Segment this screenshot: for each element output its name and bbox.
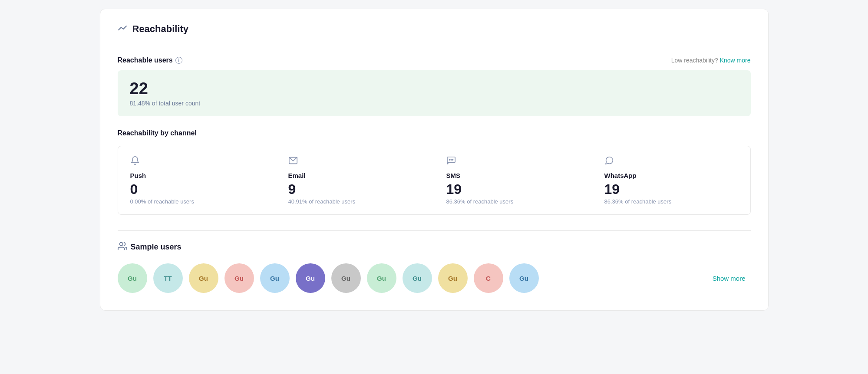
svg-point-3 <box>451 159 452 160</box>
channel-sms-sub: 86.36% of reachable users <box>446 198 580 205</box>
channels-grid: Push 0 0.00% of reachable users Email 9 … <box>118 146 751 215</box>
page-title: Reachability <box>132 23 189 35</box>
channel-whatsapp-count: 19 <box>604 181 738 197</box>
channel-whatsapp: WhatsApp 19 86.36% of reachable users <box>592 146 750 214</box>
channel-push-sub: 0.00% of reachable users <box>130 198 264 205</box>
users-icon <box>118 241 127 253</box>
channel-email: Email 9 40.91% of reachable users <box>276 146 434 214</box>
avatar-8[interactable]: Gu <box>403 263 432 293</box>
sample-users-header: Sample users <box>118 241 751 253</box>
know-more-container: Low reachability? Know more <box>671 57 751 64</box>
whatsapp-icon <box>604 156 738 167</box>
avatar-10[interactable]: C <box>474 263 503 293</box>
email-icon <box>288 156 422 167</box>
avatars-row: GuTTGuGuGuGuGuGuGuGuCGu <box>118 263 539 293</box>
channel-email-count: 9 <box>288 181 422 197</box>
reachable-box: 22 81.48% of total user count <box>118 70 751 116</box>
svg-point-4 <box>452 159 453 160</box>
avatar-1[interactable]: TT <box>153 263 183 293</box>
show-more-button[interactable]: Show more <box>707 271 751 285</box>
channel-sms-count: 19 <box>446 181 580 197</box>
card-header: Reachability <box>118 23 751 44</box>
avatar-3[interactable]: Gu <box>224 263 254 293</box>
channel-push: Push 0 0.00% of reachable users <box>118 146 276 214</box>
know-more-link[interactable]: Know more <box>720 57 751 64</box>
low-reachability-text: Low reachability? <box>671 57 718 64</box>
avatar-0[interactable]: Gu <box>118 263 147 293</box>
info-icon[interactable]: i <box>175 57 182 64</box>
sample-users-title: Sample users <box>131 243 182 252</box>
reachable-users-label: Reachable users i <box>118 56 182 64</box>
channel-whatsapp-sub: 86.36% of reachable users <box>604 198 738 205</box>
avatar-6[interactable]: Gu <box>331 263 361 293</box>
avatar-7[interactable]: Gu <box>367 263 396 293</box>
reachable-users-text: Reachable users <box>118 56 173 64</box>
trend-icon <box>118 23 128 35</box>
channel-whatsapp-name: WhatsApp <box>604 172 738 179</box>
avatar-5[interactable]: Gu <box>296 263 325 293</box>
reachable-users-header: Reachable users i Low reachability? Know… <box>118 56 751 64</box>
avatar-4[interactable]: Gu <box>260 263 290 293</box>
channel-push-count: 0 <box>130 181 264 197</box>
avatar-11[interactable]: Gu <box>509 263 539 293</box>
channels-label: Reachability by channel <box>118 129 751 137</box>
reachability-card: Reachability Reachable users i Low reach… <box>100 9 769 311</box>
reachable-count: 22 <box>130 80 739 98</box>
bell-icon <box>130 156 264 167</box>
channel-email-name: Email <box>288 172 422 179</box>
channel-sms-name: SMS <box>446 172 580 179</box>
channel-push-name: Push <box>130 172 264 179</box>
sms-icon <box>446 156 580 167</box>
channel-sms: SMS 19 86.36% of reachable users <box>434 146 592 214</box>
sample-users-section: Sample users GuTTGuGuGuGuGuGuGuGuCGu Sho… <box>118 230 751 293</box>
avatar-2[interactable]: Gu <box>189 263 218 293</box>
avatars-container: GuTTGuGuGuGuGuGuGuGuCGu Show more <box>118 263 751 293</box>
svg-point-5 <box>119 243 122 246</box>
channel-email-sub: 40.91% of reachable users <box>288 198 422 205</box>
reachable-percent: 81.48% of total user count <box>130 100 739 107</box>
svg-point-2 <box>449 159 450 160</box>
avatar-9[interactable]: Gu <box>438 263 468 293</box>
